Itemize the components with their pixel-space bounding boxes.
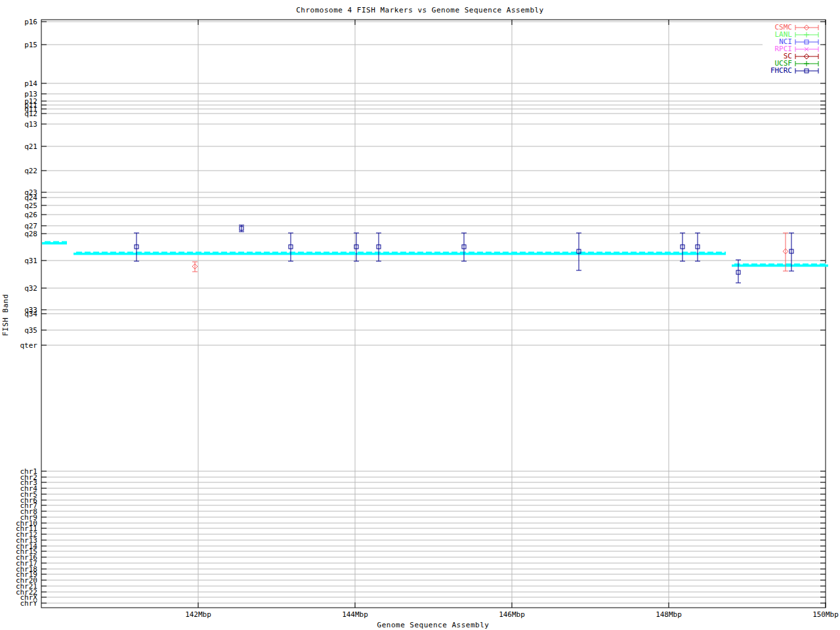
x-tick-label-146Mbp: 146Mbp xyxy=(489,611,535,618)
y-tick-label-q21: q21 xyxy=(0,143,37,150)
y-tick-label-p15: p15 xyxy=(0,41,37,49)
y-tick-label-chrY: chrY xyxy=(0,600,37,607)
y-tick-label-q27: q27 xyxy=(0,222,37,230)
chart-root: Chromosome 4 FISH Markers vs Genome Sequ… xyxy=(0,0,840,630)
legend-label-fhcrc: FHCRC xyxy=(722,67,792,74)
x-tick-label-144Mbp: 144Mbp xyxy=(332,611,378,618)
y-tick-label-q12: q12 xyxy=(0,110,37,117)
y-tick-label-qter: qter xyxy=(0,342,37,349)
legend-label-rpci: RPCI xyxy=(722,45,792,52)
y-tick-label-q22: q22 xyxy=(0,167,37,175)
y-tick-label-q24: q24 xyxy=(0,194,37,201)
y-tick-label-q35: q35 xyxy=(0,327,37,334)
y-tick-label-q26: q26 xyxy=(0,211,37,219)
y-tick-label-p14: p14 xyxy=(0,80,37,87)
x-tick-label-148Mbp: 148Mbp xyxy=(646,611,692,618)
y-tick-label-p16: p16 xyxy=(0,18,37,26)
x-axis-title: Genome Sequence Assembly xyxy=(0,621,840,629)
y-tick-label-q34: q34 xyxy=(0,310,37,318)
y-tick-label-q32: q32 xyxy=(0,285,37,292)
y-tick-label-q28: q28 xyxy=(0,230,37,238)
y-tick-label-q31: q31 xyxy=(0,257,37,264)
x-tick-label-150Mbp: 150Mbp xyxy=(803,611,840,618)
y-tick-label-q25: q25 xyxy=(0,202,37,209)
chart-canvas xyxy=(0,0,840,630)
chart-title: Chromosome 4 FISH Markers vs Genome Sequ… xyxy=(0,7,840,14)
x-tick-label-142Mbp: 142Mbp xyxy=(175,611,221,618)
y-tick-label-q13: q13 xyxy=(0,121,37,128)
